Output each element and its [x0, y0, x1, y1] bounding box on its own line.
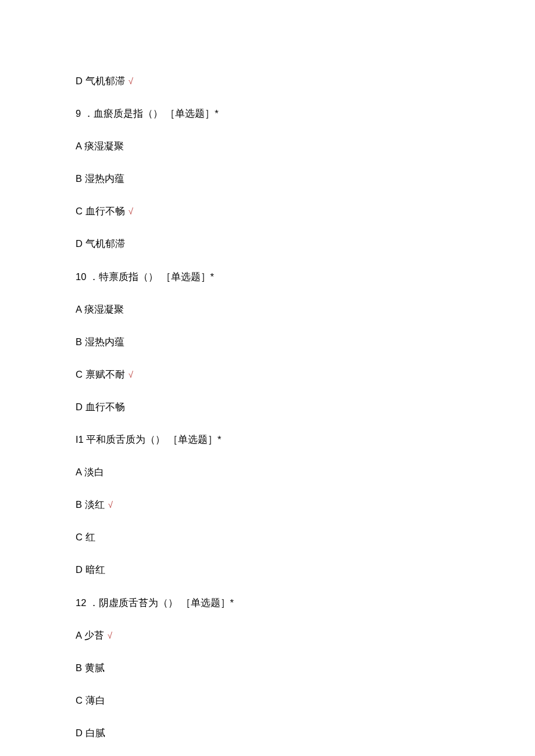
document-line: 12 ．阴虚质舌苔为（） ［单选题］* [76, 596, 459, 610]
document-line: C 红 [76, 531, 459, 544]
document-line: A 痰湿凝聚 [76, 139, 459, 153]
line-text: B 黄腻 [76, 662, 105, 673]
document-line: 10 ．特禀质指（） ［单选题］* [76, 270, 459, 284]
document-line: A 少苔 √ [76, 629, 459, 642]
line-text: A 痰湿凝聚 [76, 141, 124, 151]
line-text: B 淡红 [76, 499, 105, 510]
line-text: C 红 [76, 532, 95, 542]
document-page: D 气机郁滞 √9 ．血瘀质是指（） ［单选题］*A 痰湿凝聚B 湿热内蕴C 血… [0, 0, 535, 756]
document-line: 9 ．血瘀质是指（） ［单选题］* [76, 107, 459, 120]
line-text: B 湿热内蕴 [76, 173, 124, 184]
checkmark-icon: √ [105, 630, 112, 640]
line-text: D 气机郁滞 [76, 76, 125, 86]
line-text: A 痰湿凝聚 [76, 304, 124, 314]
document-line: C 血行不畅 √ [76, 205, 459, 218]
checkmark-icon: √ [126, 370, 133, 379]
document-line: A 淡白 [76, 465, 459, 479]
line-text: I1 平和质舌质为（） ［单选题］* [76, 434, 221, 445]
document-line: B 湿热内蕴 [76, 335, 459, 349]
line-text: A 淡白 [76, 467, 104, 477]
line-text: C 薄白 [76, 695, 105, 705]
document-line: B 黄腻 [76, 661, 459, 675]
line-text: B 湿热内蕴 [76, 336, 124, 347]
line-text: D 暗红 [76, 564, 105, 575]
checkmark-icon: √ [106, 500, 113, 510]
line-text: D 白腻 [76, 728, 105, 738]
line-text: 10 ．特禀质指（） ［单选题］* [76, 271, 214, 282]
document-line: C 薄白 [76, 694, 459, 707]
line-text: C 禀赋不耐 [76, 369, 125, 379]
document-line: D 暗红 [76, 563, 459, 576]
document-line: I1 平和质舌质为（） ［单选题］* [76, 433, 459, 446]
line-text: 12 ．阴虚质舌苔为（） ［单选题］* [76, 597, 234, 608]
line-text: D 气机郁滞 [76, 238, 125, 249]
line-text: 9 ．血瘀质是指（） ［单选题］* [76, 108, 219, 119]
document-line: A 痰湿凝聚 [76, 303, 459, 316]
document-line: D 血行不畅 [76, 400, 459, 414]
line-text: A 少苔 [76, 630, 104, 640]
checkmark-icon: √ [126, 206, 133, 216]
document-line: D 气机郁滞 [76, 237, 459, 250]
document-line: B 淡红 √ [76, 498, 459, 511]
document-line: C 禀赋不耐 √ [76, 368, 459, 381]
line-text: C 血行不畅 [76, 206, 125, 216]
document-line: D 白腻 [76, 726, 459, 740]
line-text: D 血行不畅 [76, 402, 125, 412]
document-line: D 气机郁滞 √ [76, 74, 459, 88]
checkmark-icon: √ [126, 76, 133, 86]
document-line: B 湿热内蕴 [76, 172, 459, 185]
